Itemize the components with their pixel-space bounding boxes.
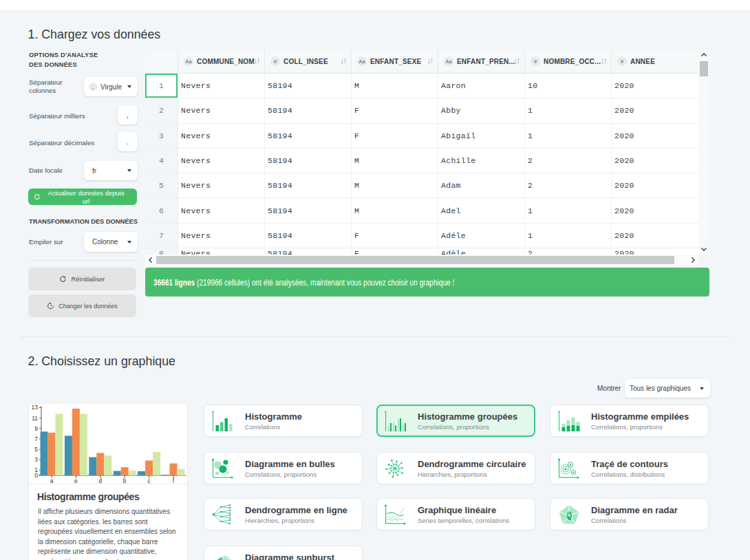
svg-text:a: a bbox=[50, 477, 54, 483]
svg-text:5: 5 bbox=[34, 446, 38, 453]
svg-text:0: 0 bbox=[34, 472, 38, 479]
svg-text:d: d bbox=[98, 477, 102, 483]
svg-text:11: 11 bbox=[32, 415, 38, 422]
svg-text:7: 7 bbox=[34, 435, 38, 442]
svg-text:b: b bbox=[123, 477, 127, 483]
svg-text:c: c bbox=[147, 477, 151, 483]
svg-text:e: e bbox=[74, 477, 78, 483]
svg-text:9: 9 bbox=[34, 425, 38, 432]
svg-text:3: 3 bbox=[34, 456, 38, 463]
svg-text:f: f bbox=[173, 477, 175, 483]
svg-text:13: 13 bbox=[32, 405, 39, 411]
